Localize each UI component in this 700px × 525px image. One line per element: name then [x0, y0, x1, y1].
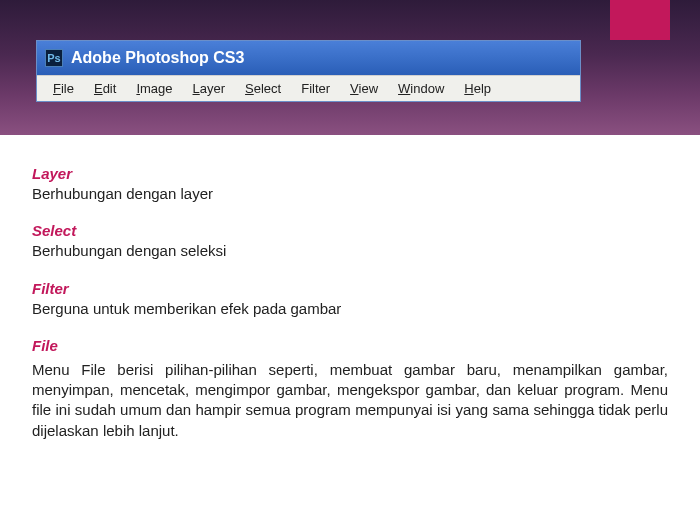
menu-window[interactable]: Window [388, 79, 454, 98]
slide-content: Layer Berhubungan dengan layer Select Be… [0, 135, 700, 441]
menu-select[interactable]: Select [235, 79, 291, 98]
menu-image[interactable]: Image [126, 79, 182, 98]
section-title-file: File [32, 337, 668, 354]
section-file: File Menu File berisi pilihan-pilihan se… [32, 337, 668, 441]
section-title-select: Select [32, 222, 668, 239]
menu-layer[interactable]: Layer [183, 79, 236, 98]
menu-edit[interactable]: Edit [84, 79, 126, 98]
section-select: Select Berhubungan dengan seleksi [32, 222, 668, 261]
section-title-layer: Layer [32, 165, 668, 182]
menu-filter[interactable]: Filter [291, 79, 340, 98]
section-layer: Layer Berhubungan dengan layer [32, 165, 668, 204]
photoshop-icon: Ps [45, 49, 63, 67]
slide-header-banner: Ps Adobe Photoshop CS3 File Edit Image L… [0, 0, 700, 135]
photoshop-window: Ps Adobe Photoshop CS3 File Edit Image L… [36, 40, 581, 102]
accent-box [610, 0, 670, 40]
app-title: Adobe Photoshop CS3 [71, 49, 244, 67]
section-desc-file: Menu File berisi pilihan-pilihan seperti… [32, 360, 668, 441]
menu-file[interactable]: File [43, 79, 84, 98]
menubar: File Edit Image Layer Select Filter View… [37, 75, 580, 101]
menu-help[interactable]: Help [454, 79, 501, 98]
section-title-filter: Filter [32, 280, 668, 297]
section-filter: Filter Berguna untuk memberikan efek pad… [32, 280, 668, 319]
section-desc-select: Berhubungan dengan seleksi [32, 241, 668, 261]
menu-view[interactable]: View [340, 79, 388, 98]
titlebar: Ps Adobe Photoshop CS3 [37, 41, 580, 75]
section-desc-layer: Berhubungan dengan layer [32, 184, 668, 204]
section-desc-filter: Berguna untuk memberikan efek pada gamba… [32, 299, 668, 319]
